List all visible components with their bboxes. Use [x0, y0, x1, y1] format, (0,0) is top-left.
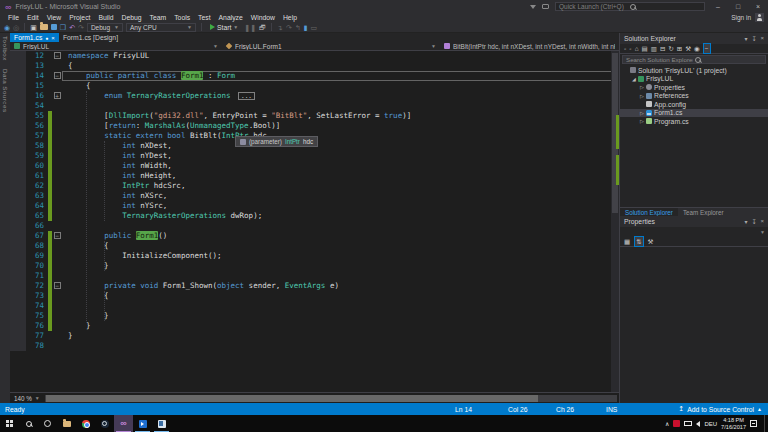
code-text[interactable]: namespace FrisyLUL	[62, 51, 619, 61]
sync-with-active-document-icon[interactable]: ↻	[668, 44, 673, 53]
fold-margin[interactable]	[52, 241, 62, 251]
documents-app-button[interactable]	[152, 415, 171, 432]
tree-item-program-cs[interactable]: ▷Program.cs	[620, 117, 768, 126]
close-panel-icon[interactable]: ×	[760, 35, 764, 42]
breakpoint-gutter[interactable]	[10, 221, 26, 231]
expander-icon[interactable]: ▷	[639, 93, 645, 99]
code-text[interactable]: TernaryRasterOperations dwRop);	[62, 211, 619, 221]
code-text[interactable]: int nYDest,	[62, 151, 619, 161]
fold-margin[interactable]	[52, 261, 62, 271]
fold-margin[interactable]	[52, 181, 62, 191]
taskbar-search-button[interactable]	[19, 415, 38, 432]
expander-icon[interactable]: ▷	[639, 84, 645, 90]
breakpoint-gutter[interactable]	[10, 301, 26, 311]
code-text[interactable]: }	[62, 331, 619, 341]
pin-icon[interactable]: ↧	[751, 218, 756, 225]
fold-margin[interactable]	[52, 221, 62, 231]
forward-icon[interactable]: ◦	[629, 44, 631, 53]
solution-platform-dropdown[interactable]: Any CPU▼	[126, 23, 196, 32]
pending-changes-filter-icon[interactable]: ▥	[651, 44, 657, 53]
tree-item-app-config[interactable]: App.config	[620, 100, 768, 109]
categorized-icon[interactable]: ▦	[624, 237, 630, 246]
code-text[interactable]: InitializeComponent();	[62, 251, 619, 261]
back-icon[interactable]: ◦	[624, 44, 626, 53]
fold-toggle-icon[interactable]: +	[54, 92, 61, 99]
start-debugging-button[interactable]: Start ▼	[207, 24, 241, 31]
fold-margin[interactable]	[52, 81, 62, 91]
fold-margin[interactable]	[52, 271, 62, 281]
property-pages-icon[interactable]: ⚒	[648, 237, 654, 246]
code-text[interactable]: IntPtr hdcSrc,	[62, 181, 619, 191]
tab-solution-explorer[interactable]: Solution Explorer	[620, 208, 678, 216]
comment-icon[interactable]: ▭	[311, 23, 318, 32]
breakpoint-gutter[interactable]	[10, 281, 26, 291]
menu-view[interactable]: View	[43, 14, 66, 21]
breakpoint-gutter[interactable]	[10, 321, 26, 331]
zoom-dropdown[interactable]: 140 % ▼	[12, 395, 42, 402]
menu-analyze[interactable]: Analyze	[215, 14, 247, 21]
fold-margin[interactable]	[52, 101, 62, 111]
tray-expand-icon[interactable]: ∧	[665, 420, 669, 427]
maximize-button[interactable]: □	[731, 3, 745, 10]
breakpoint-gutter[interactable]	[10, 241, 26, 251]
steam-button[interactable]	[95, 415, 114, 432]
breakpoint-gutter[interactable]	[10, 261, 26, 271]
code-text[interactable]	[62, 301, 619, 311]
fold-margin[interactable]	[52, 191, 62, 201]
code-text[interactable]: int nWidth,	[62, 161, 619, 171]
code-text[interactable]: {	[62, 241, 619, 251]
code-editor[interactable]: (parameter) IntPtr hdc 12−namespace Fris…	[10, 51, 619, 392]
bookmark-icon[interactable]: ▮	[304, 23, 308, 32]
navigate-back-icon[interactable]: ◉	[4, 23, 10, 32]
breakpoint-gutter[interactable]	[10, 291, 26, 301]
breakpoint-gutter[interactable]	[10, 271, 26, 281]
switch-views-icon[interactable]: ▤	[642, 44, 648, 53]
sign-in-link[interactable]: Sign in	[731, 14, 751, 21]
file-explorer-button[interactable]	[57, 415, 76, 432]
expander-icon[interactable]: ◢	[631, 76, 637, 82]
menu-edit[interactable]: Edit	[23, 14, 43, 21]
code-text[interactable]: static extern bool BitBlt(IntPtr hdc,	[62, 131, 619, 141]
code-text[interactable]: int nXSrc,	[62, 191, 619, 201]
breakpoint-gutter[interactable]	[10, 61, 26, 71]
breakpoint-gutter[interactable]	[10, 231, 26, 241]
breakpoint-gutter[interactable]	[10, 91, 26, 101]
tab-form1-cs[interactable]: Form1.cs●×	[10, 33, 59, 42]
fold-margin[interactable]	[52, 331, 62, 341]
window-position-icon[interactable]: ▾	[744, 35, 747, 42]
feedback-icon[interactable]	[542, 4, 549, 9]
volume-icon[interactable]	[696, 421, 700, 427]
tree-item-frisylul[interactable]: ◢FrisyLUL	[620, 75, 768, 84]
solution-configuration-dropdown[interactable]: Debug▼	[87, 23, 123, 32]
code-text[interactable]: enum TernaryRasterOperations ...	[62, 91, 619, 101]
menu-debug[interactable]: Debug	[118, 14, 146, 21]
properties-object-dropdown[interactable]: ▼	[623, 228, 765, 236]
keyboard-language[interactable]: DEU	[704, 421, 717, 427]
code-text[interactable]: }	[62, 261, 619, 271]
breakpoint-gutter[interactable]	[10, 171, 26, 181]
scrollbar-thumb[interactable]	[46, 395, 538, 402]
tree-item-properties[interactable]: ▷Properties	[620, 83, 768, 92]
code-text[interactable]: int nHeight,	[62, 171, 619, 181]
breakpoint-gutter[interactable]	[10, 181, 26, 191]
fold-toggle-icon[interactable]: −	[54, 52, 61, 59]
minimize-button[interactable]: –	[711, 3, 725, 10]
breakpoint-gutter[interactable]	[10, 151, 26, 161]
redo-icon[interactable]: ↷	[78, 23, 84, 32]
breakpoint-gutter[interactable]	[10, 111, 26, 121]
network-icon[interactable]	[684, 421, 692, 426]
breakpoint-gutter[interactable]	[10, 81, 26, 91]
fold-margin[interactable]	[52, 131, 62, 141]
step-into-icon[interactable]: ↴	[277, 23, 283, 32]
fold-margin[interactable]	[52, 141, 62, 151]
fold-margin[interactable]: −	[52, 71, 62, 81]
fold-margin[interactable]: −	[52, 281, 62, 291]
breakpoint-gutter[interactable]	[10, 251, 26, 261]
action-center-icon[interactable]	[750, 420, 757, 427]
close-button[interactable]: ×	[751, 3, 765, 10]
breakpoint-gutter[interactable]	[10, 191, 26, 201]
fold-margin[interactable]	[52, 211, 62, 221]
code-text[interactable]: private void Form1_Shown(object sender, …	[62, 281, 619, 291]
code-text[interactable]: int nYSrc,	[62, 201, 619, 211]
fold-toggle-icon[interactable]: −	[54, 282, 61, 289]
